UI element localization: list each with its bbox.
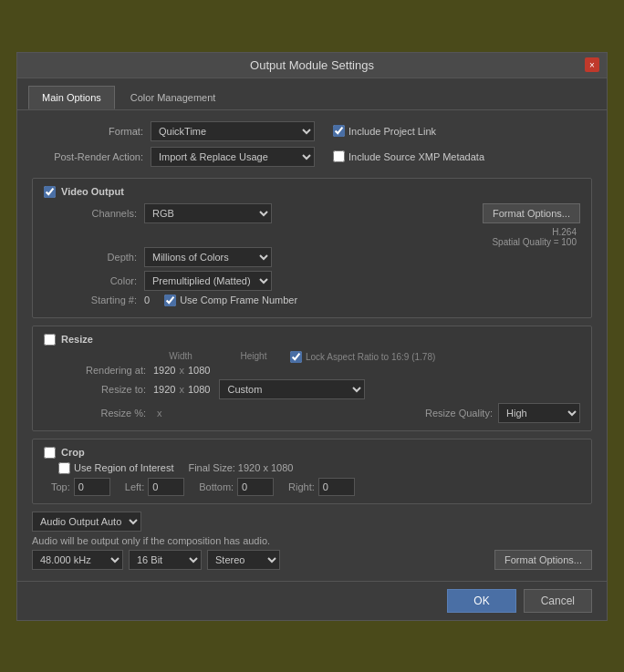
include-project-link-label: Include Project Link bbox=[348, 126, 436, 137]
resize-col-headers: Width Height Lock Aspect Ratio to 16:9 (… bbox=[44, 351, 580, 363]
crop-panel: Crop Use Region of Interest Final Size: … bbox=[32, 439, 592, 504]
post-render-select[interactable]: Import & Replace Usage bbox=[151, 147, 315, 167]
ok-button[interactable]: OK bbox=[447, 589, 515, 613]
color-row: Color: Premultiplied (Matted) bbox=[44, 271, 580, 291]
format-options-button[interactable]: Format Options... bbox=[483, 203, 580, 223]
resize-pct-row: Resize %: x Resize Quality: High bbox=[44, 403, 580, 423]
x-separator-2: x bbox=[179, 384, 184, 395]
resize-quality-label: Resize Quality: bbox=[425, 408, 493, 419]
resize-pct-label: Resize %: bbox=[51, 408, 153, 419]
crop-checkbox[interactable] bbox=[44, 447, 56, 459]
output-module-dialog: Output Module Settings × Main Options Co… bbox=[16, 52, 608, 621]
width-header: Width bbox=[153, 351, 208, 363]
rendering-at-label: Rendering at: bbox=[51, 365, 153, 376]
video-output-panel: Video Output Channels: RGB Format Option… bbox=[32, 178, 592, 318]
resize-panel: Resize Width Height Lock Aspect Ratio to… bbox=[32, 326, 592, 431]
depth-select[interactable]: Millions of Colors bbox=[144, 247, 272, 267]
audio-section: Audio Output Auto Audio will be output o… bbox=[32, 512, 592, 570]
crop-top-field: Top: bbox=[51, 478, 110, 496]
lock-aspect-label: Lock Aspect Ratio to 16:9 (1.78) bbox=[306, 352, 435, 362]
include-project-link-checkbox[interactable] bbox=[333, 125, 345, 137]
lock-aspect-checkbox[interactable] bbox=[290, 351, 302, 363]
x-separator-3: x bbox=[157, 408, 162, 419]
starting-hash-label: Starting #: bbox=[44, 295, 144, 305]
audio-controls: 48.000 kHz 16 Bit Stereo Format Options.… bbox=[32, 550, 592, 570]
left-label: Left: bbox=[125, 481, 144, 492]
post-render-row: Post-Render Action: Import & Replace Usa… bbox=[32, 147, 592, 167]
crop-left-field: Left: bbox=[125, 478, 184, 496]
video-output-header: Video Output bbox=[44, 186, 580, 198]
x-separator-1: x bbox=[179, 365, 184, 376]
top-input[interactable] bbox=[74, 478, 110, 496]
channels-row: Channels: RGB Format Options... bbox=[44, 203, 580, 223]
audio-format-options-button[interactable]: Format Options... bbox=[494, 550, 592, 570]
close-button[interactable]: × bbox=[585, 57, 599, 72]
top-label: Top: bbox=[51, 481, 70, 492]
cancel-button[interactable]: Cancel bbox=[524, 589, 592, 613]
crop-options-row: Use Region of Interest Final Size: 1920 … bbox=[44, 462, 580, 474]
audio-output-row: Audio Output Auto bbox=[32, 512, 592, 532]
audio-info-text: Audio will be output only if the composi… bbox=[32, 535, 592, 546]
resize-to-width: 1920 bbox=[153, 384, 175, 395]
format-label: Format: bbox=[32, 126, 151, 137]
bottom-input[interactable] bbox=[237, 478, 274, 496]
tab-main-options[interactable]: Main Options bbox=[28, 86, 115, 109]
resize-header: Resize bbox=[44, 334, 580, 346]
depth-row: Depth: Millions of Colors bbox=[44, 247, 580, 267]
sample-rate-select[interactable]: 48.000 kHz bbox=[32, 550, 123, 570]
use-roi-wrapper: Use Region of Interest bbox=[58, 462, 173, 474]
crop-header-row: Crop bbox=[44, 447, 580, 459]
quality-info: Spatial Quality = 100 bbox=[44, 237, 577, 247]
use-roi-checkbox[interactable] bbox=[58, 462, 70, 474]
h264-info: H.264 bbox=[44, 227, 577, 237]
starting-hash-row: Starting #: 0 Use Comp Frame Number bbox=[44, 295, 580, 306]
video-output-label: Video Output bbox=[61, 186, 124, 197]
crop-checkbox-wrapper: Crop bbox=[44, 447, 85, 459]
include-xmp-checkbox[interactable] bbox=[333, 150, 345, 162]
tab-bar: Main Options Color Management bbox=[17, 78, 607, 110]
resize-checkbox[interactable] bbox=[44, 334, 56, 346]
use-comp-frame-checkbox[interactable] bbox=[164, 295, 176, 306]
left-input[interactable] bbox=[148, 478, 184, 496]
rendering-height: 1080 bbox=[188, 365, 210, 376]
rendering-at-row: Rendering at: 1920 x 1080 bbox=[44, 365, 580, 376]
rendering-width: 1920 bbox=[153, 365, 175, 376]
resize-label: Resize bbox=[61, 334, 93, 345]
video-output-checkbox[interactable] bbox=[44, 186, 56, 198]
final-size-label: Final Size: 1920 x 1080 bbox=[188, 462, 293, 473]
channels-select[interactable]: RGB bbox=[144, 203, 272, 223]
include-xmp-label: Include Source XMP Metadata bbox=[348, 151, 484, 162]
color-select[interactable]: Premultiplied (Matted) bbox=[144, 271, 272, 291]
channels-label: Channels: bbox=[44, 208, 144, 219]
resize-quality-select[interactable]: High bbox=[498, 403, 580, 423]
format-select[interactable]: QuickTime bbox=[151, 121, 315, 141]
bit-depth-select[interactable]: 16 Bit bbox=[129, 550, 202, 570]
resize-to-height: 1080 bbox=[188, 384, 210, 395]
use-roi-label: Use Region of Interest bbox=[74, 462, 173, 473]
bottom-label: Bottom: bbox=[199, 481, 234, 492]
color-label: Color: bbox=[44, 275, 144, 286]
channels-audio-select[interactable]: Stereo bbox=[207, 550, 280, 570]
audio-output-select[interactable]: Audio Output Auto bbox=[32, 512, 141, 532]
main-content: Format: QuickTime Include Project Link P… bbox=[17, 110, 607, 581]
title-bar: Output Module Settings × bbox=[17, 53, 607, 78]
crop-label: Crop bbox=[61, 447, 85, 458]
format-row: Format: QuickTime Include Project Link bbox=[32, 121, 592, 141]
starting-hash-value: 0 bbox=[144, 295, 150, 305]
height-header: Height bbox=[226, 351, 281, 363]
resize-to-label: Resize to: bbox=[51, 384, 153, 395]
resize-to-row: Resize to: 1920 x 1080 Custom bbox=[44, 379, 580, 399]
depth-label: Depth: bbox=[44, 252, 144, 263]
crop-bottom-field: Bottom: bbox=[199, 478, 274, 496]
crop-fields-row: Top: Left: Bottom: Right: bbox=[44, 478, 580, 496]
use-comp-frame-label: Use Comp Frame Number bbox=[180, 295, 297, 305]
crop-right-field: Right: bbox=[288, 478, 355, 496]
dialog-title: Output Module Settings bbox=[250, 58, 374, 72]
post-render-label: Post-Render Action: bbox=[32, 151, 151, 162]
resize-preset-select[interactable]: Custom bbox=[219, 379, 365, 399]
tab-color-management[interactable]: Color Management bbox=[117, 86, 230, 109]
dialog-footer: OK Cancel bbox=[17, 581, 607, 620]
right-label: Right: bbox=[288, 481, 315, 492]
right-input[interactable] bbox=[318, 478, 355, 496]
